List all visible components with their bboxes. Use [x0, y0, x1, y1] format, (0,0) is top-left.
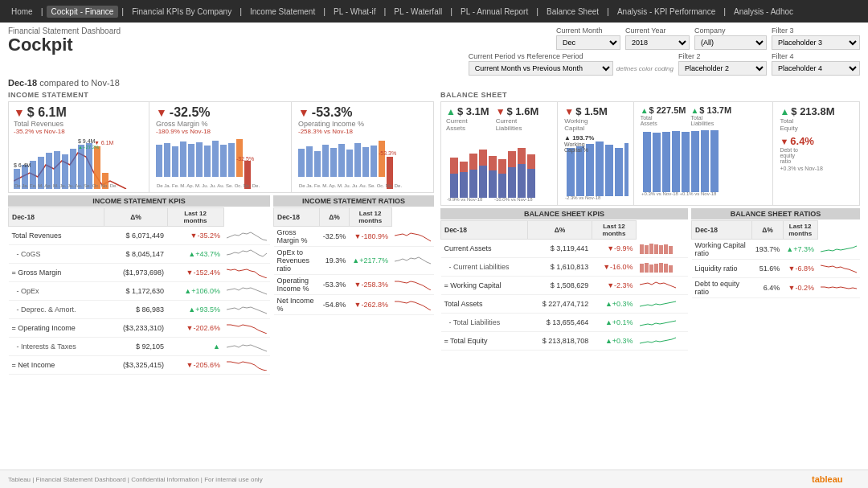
nav-analysis-kpi[interactable]: Analysis - KPI Performance	[612, 6, 720, 18]
filter2-select[interactable]: Placeholder 2	[678, 61, 767, 76]
footer: Tableau | Financial Statement Dashboard …	[0, 470, 868, 488]
svg-rect-41	[379, 141, 385, 177]
svg-rect-92	[669, 246, 673, 254]
is-card-opincome: ▼ -53.3% Operating Income % -258.3% vs N…	[293, 102, 433, 192]
table-row: OpEx to Revenues ratio 19.3% ▲+217.7%	[274, 247, 435, 275]
is-row-grossmargin-spark	[223, 263, 270, 281]
bs-row-tl-label: - Total Liabilities	[441, 313, 528, 331]
svg-rect-54	[450, 174, 458, 198]
bs-card-totals: ▲ $ 227.5M TotalAssets ▲ $ 13.7M	[636, 102, 774, 205]
svg-text:tableau: tableau	[812, 474, 843, 484]
bs-ratio-wc-delta: ▲+7.3%	[783, 240, 817, 260]
bs-card-equity: ▲ $ 213.8M TotalEquity ▼ 6.4% Debt toequ…	[775, 102, 859, 205]
is-ratio-opex-spark	[391, 247, 434, 275]
table-row: - CoGS $ 8,045,147 ▲+43.7%	[9, 244, 271, 263]
nav-cockpit-finance[interactable]: Cockpit - Finance	[47, 6, 119, 18]
nav-balance-sheet[interactable]: Balance Sheet	[542, 6, 604, 18]
svg-rect-96	[654, 264, 658, 273]
svg-rect-77	[643, 132, 651, 192]
svg-rect-98	[664, 264, 668, 273]
svg-rect-18	[164, 143, 170, 177]
footer-text: Tableau | Financial Statement Dashboard …	[8, 476, 263, 483]
svg-rect-59	[498, 174, 506, 198]
bs-row-ca-label: Current Assets	[441, 240, 528, 258]
nav-pl-waterfall[interactable]: PL - Waterfall	[389, 6, 447, 18]
is-row-cogs-spark	[223, 244, 270, 263]
current-year-select[interactable]: 2018	[625, 35, 690, 50]
svg-text:De Ja. Fe. M. Ap. M. Ju. Ju. A: De Ja. Fe. M. Ap. M. Ju. Ju. Au. Se. Oc.…	[14, 183, 117, 188]
nav-pl-whatif[interactable]: PL - What-if	[329, 6, 380, 18]
svg-rect-22	[196, 142, 203, 177]
company-select[interactable]: (All)	[694, 35, 767, 50]
svg-text:-32.5%: -32.5%	[236, 156, 254, 162]
is-ratio-gm-spark	[391, 227, 434, 247]
period-select[interactable]: Current Month vs Previous Month	[469, 61, 613, 76]
company-label: Company	[694, 27, 767, 35]
bs-card-wc: ▼ $ 1.5M WorkingCapital	[559, 102, 633, 205]
filter4-select[interactable]: Placeholder 4	[772, 61, 860, 76]
tableau-logo-icon: tableau	[812, 473, 860, 486]
svg-rect-55	[460, 172, 468, 198]
nav-financial-kpis[interactable]: Financial KPIs By Company	[127, 6, 236, 18]
is-kpi-col-dec18: Dec-18	[9, 208, 104, 227]
bs-row-wc-val: $ 1,508,629	[528, 276, 592, 294]
nav-home[interactable]: Home	[6, 6, 38, 18]
current-year-label: Current Year	[625, 27, 690, 35]
svg-text:Capital %: Capital %	[564, 147, 588, 154]
is-ratio-col-last12: Last 12months	[349, 208, 391, 227]
svg-rect-8	[78, 145, 84, 189]
table-row: Total Revenues $ 6,071,449 ▼-35.2%	[9, 227, 271, 245]
table-row: - Total Liabilities $ 13,655,464 ▲+0.1%	[441, 313, 689, 331]
svg-text:$ 9.4M: $ 9.4M	[78, 138, 96, 144]
nav-income-statement[interactable]: Income Statement	[245, 6, 320, 18]
svg-rect-80	[672, 131, 680, 192]
svg-text:De Ja. Fe. M. Ap. M. Ju. Ju. A: De Ja. Fe. M. Ap. M. Ju. Ju. Au. Se. Oc.…	[157, 183, 260, 188]
bs-row-te-spark	[637, 331, 688, 350]
svg-rect-26	[228, 143, 235, 177]
table-row: - Deprec. & Amort. $ 86,983 ▲+93.5%	[9, 300, 271, 318]
svg-rect-36	[338, 144, 345, 177]
svg-rect-68	[596, 141, 604, 196]
bs-ratio-wc-label: Working Capital ratio	[692, 240, 752, 260]
is-card-revenues: ▼ $ 6.1M Total Revenues -35.2% vs Nov-18	[9, 102, 149, 192]
svg-rect-40	[371, 146, 377, 177]
is-row-revenues-val: $ 6,071,449	[104, 227, 167, 245]
svg-rect-34	[322, 145, 329, 177]
filter3-select[interactable]: Placeholder 3	[772, 35, 860, 50]
current-month-select[interactable]: Dec	[556, 35, 620, 50]
is-row-opincome-delta: ▼-202.6%	[167, 318, 223, 337]
is-row-opex-spark	[223, 281, 270, 300]
svg-rect-31	[298, 149, 305, 177]
bs-row-te-delta: ▲+0.3%	[592, 331, 636, 350]
is-row-taxes-spark	[223, 337, 270, 355]
bs-section-header: BALANCE SHEET	[440, 91, 860, 99]
nav-analysis-adhoc[interactable]: Analysis - Adhoc	[729, 6, 798, 18]
is-ratio-oi-val: -53.3%	[320, 275, 350, 295]
date-range: Dec-18 compared to Nov-18	[8, 78, 860, 88]
svg-rect-19	[172, 146, 178, 177]
filter2-label: Filter 2	[678, 52, 767, 60]
revenues-label: Total Revenues	[14, 120, 144, 128]
svg-rect-89	[654, 244, 658, 254]
svg-rect-90	[659, 245, 663, 254]
table-row: = Gross Margin ($1,973,698) ▼-152.4%	[9, 263, 271, 281]
table-row: Working Capital ratio 193.7% ▲+7.3%	[692, 240, 861, 260]
is-row-opincome-val: ($3,233,310)	[104, 318, 167, 337]
bs-ratio-debt-val: 6.4%	[752, 278, 784, 298]
table-row: - OpEx $ 1,172,630 ▲+106.0%	[9, 281, 271, 300]
is-row-taxes-label: - Interests & Taxes	[9, 337, 104, 355]
page-title: Cockpit	[8, 35, 121, 55]
svg-rect-58	[489, 170, 497, 198]
nav-pl-annual[interactable]: PL - Annual Report	[456, 6, 533, 18]
bs-row-wc-delta: ▼-2.3%	[592, 276, 636, 294]
svg-rect-61	[518, 164, 526, 198]
is-row-grossmargin-label: = Gross Margin	[9, 263, 104, 281]
bs-ratio-liq-delta: ▼-6.8%	[783, 260, 817, 278]
table-row: Gross Margin % -32.5% ▼-180.9%	[274, 227, 435, 247]
svg-rect-37	[346, 150, 353, 177]
table-row: Current Assets $ 3,119,441 ▼-9.9%	[441, 240, 689, 258]
table-row: = Total Equity $ 213,818,708 ▲+0.3%	[441, 331, 689, 350]
svg-rect-66	[576, 146, 584, 196]
svg-rect-35	[330, 148, 337, 177]
is-row-taxes-delta: ▲	[167, 337, 223, 355]
